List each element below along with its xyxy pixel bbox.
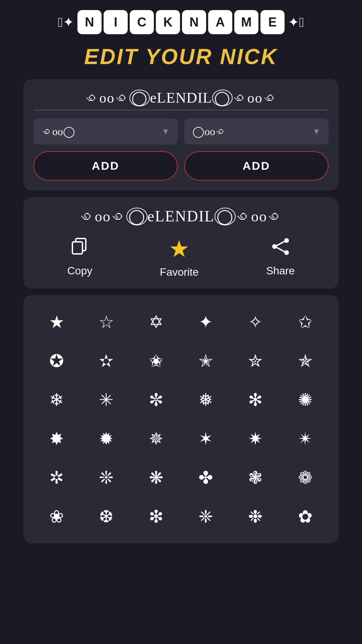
svg-rect-1	[72, 242, 82, 254]
page-title: EDIT YOUR NICK	[84, 44, 278, 69]
header-deco-right: ✦𓂀	[288, 14, 304, 30]
symbol-cell[interactable]: ✫	[83, 344, 129, 378]
nick-letter: N	[77, 10, 102, 34]
symbol-cell[interactable]: ✭	[183, 344, 229, 378]
add-prefix-button[interactable]: ADD	[34, 151, 178, 180]
prefix-symbol: ꩜oo◯	[42, 125, 75, 138]
nick-letters-row: NICKNAME	[77, 10, 285, 34]
favorite-label: Favorite	[160, 266, 199, 278]
symbol-cell[interactable]: ✹	[83, 422, 129, 455]
favorite-action[interactable]: ★ Favorite	[160, 235, 199, 278]
symbol-cell[interactable]: ✴	[282, 422, 328, 455]
nick-letter: A	[208, 10, 232, 34]
header-deco-left: 𓂀✦	[58, 14, 74, 30]
actions-row: Copy ★ Favorite Share	[34, 235, 328, 278]
symbol-cell[interactable]: ✻	[232, 383, 279, 417]
deco-left-icon: 𓂀✦	[58, 14, 74, 30]
preview-panel: ꩜oo꩜◯eLENDIL◯꩜oo꩜ Copy ★ Favorite	[23, 197, 339, 288]
suffix-symbol: ◯oo꩜	[192, 125, 226, 138]
symbol-cell[interactable]: ✶	[183, 422, 229, 455]
symbols-grid: ★☆✡✦✧✩✪✫✬✭✮✯❄✳✼❅✻✺✸✹✵✶✷✴✲❊❋✤❃❁❀❆❇❈❉✿	[34, 305, 328, 533]
selectors-row: ꩜oo◯ ▼ ◯oo꩜ ▼	[34, 118, 328, 145]
nick-letter: I	[104, 10, 128, 34]
symbol-cell[interactable]: ❁	[282, 461, 328, 494]
add-suffix-button[interactable]: ADD	[184, 151, 328, 180]
svg-line-5	[277, 241, 284, 246]
prefix-selector[interactable]: ꩜oo◯ ▼	[34, 118, 178, 145]
nick-letter: N	[182, 10, 206, 34]
preview-nick-text: ꩜oo꩜◯eLENDIL◯꩜oo꩜	[34, 207, 328, 225]
nick-letter: K	[156, 10, 180, 34]
symbol-cell[interactable]: ❉	[232, 500, 279, 533]
symbol-cell[interactable]: ❋	[133, 461, 179, 494]
symbol-cell[interactable]: ✸	[34, 422, 80, 455]
nick-letter: C	[130, 10, 154, 34]
nick-input-text[interactable]: ꩜oo꩜◯eLENDIL◯꩜oo꩜	[34, 89, 328, 106]
symbol-cell[interactable]: ❊	[83, 461, 129, 494]
symbol-cell[interactable]: ☆	[83, 305, 129, 339]
symbol-cell[interactable]: ✼	[133, 383, 179, 417]
symbol-cell[interactable]: ❈	[183, 500, 229, 533]
symbol-cell[interactable]: ❃	[232, 461, 279, 494]
symbol-cell[interactable]: ✵	[133, 422, 179, 455]
symbol-cell[interactable]: ❅	[183, 383, 229, 417]
symbol-cell[interactable]: ✬	[133, 344, 179, 378]
nick-letter: E	[260, 10, 285, 34]
symbol-cell[interactable]: ❇	[133, 500, 179, 533]
symbol-cell[interactable]: ✿	[282, 500, 328, 533]
symbol-cell[interactable]: ❄	[34, 383, 80, 417]
nick-input-container[interactable]: ꩜oo꩜◯eLENDIL◯꩜oo꩜	[34, 89, 328, 110]
symbol-cell[interactable]: ✷	[232, 422, 279, 455]
svg-point-4	[272, 244, 277, 249]
symbol-cell[interactable]: ✡	[133, 305, 179, 339]
suffix-dropdown-arrow: ▼	[312, 127, 320, 136]
share-label: Share	[266, 265, 295, 277]
copy-action[interactable]: Copy	[67, 236, 93, 277]
svg-point-3	[284, 250, 289, 255]
symbol-cell[interactable]: ✯	[282, 344, 328, 378]
symbol-cell[interactable]: ✮	[232, 344, 279, 378]
symbol-cell[interactable]: ✤	[183, 461, 229, 494]
symbol-cell[interactable]: ★	[34, 305, 80, 339]
header: 𓂀✦ NICKNAME ✦𓂀	[0, 0, 362, 38]
symbol-cell[interactable]: ✦	[183, 305, 229, 339]
symbol-cell[interactable]: ✺	[282, 383, 328, 417]
suffix-selector[interactable]: ◯oo꩜ ▼	[184, 118, 328, 145]
symbol-cell[interactable]: ❀	[34, 500, 80, 533]
nick-letter: M	[234, 10, 258, 34]
symbols-panel: ★☆✡✦✧✩✪✫✬✭✮✯❄✳✼❅✻✺✸✹✵✶✷✴✲❊❋✤❃❁❀❆❇❈❉✿	[23, 295, 339, 543]
deco-right-icon: ✦𓂀	[288, 14, 304, 30]
copy-icon	[70, 236, 90, 261]
main-panel: ꩜oo꩜◯eLENDIL◯꩜oo꩜ ꩜oo◯ ▼ ◯oo꩜ ▼ ADD ADD	[23, 79, 339, 191]
symbol-cell[interactable]: ✩	[282, 305, 328, 339]
add-buttons-row: ADD ADD	[34, 151, 328, 180]
symbol-cell[interactable]: ✲	[34, 461, 80, 494]
share-icon	[270, 236, 291, 261]
symbol-cell[interactable]: ❆	[83, 500, 129, 533]
symbol-cell[interactable]: ✧	[232, 305, 279, 339]
share-action[interactable]: Share	[266, 236, 295, 277]
favorite-icon: ★	[169, 235, 190, 263]
prefix-dropdown-arrow: ▼	[162, 127, 170, 136]
svg-line-6	[277, 248, 284, 252]
svg-point-2	[284, 238, 289, 243]
symbol-cell[interactable]: ✳	[83, 383, 129, 417]
symbol-cell[interactable]: ✪	[34, 344, 80, 378]
copy-label: Copy	[67, 265, 93, 277]
